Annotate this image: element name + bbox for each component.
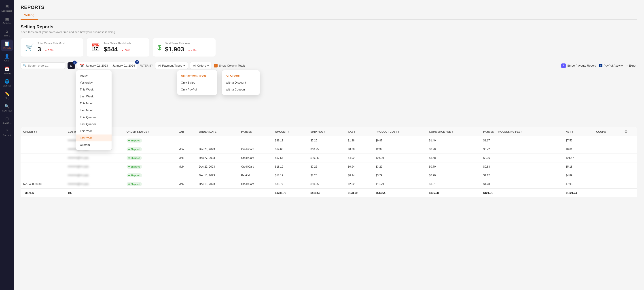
- page-title: REPORTS: [20, 4, 637, 10]
- cell-shipping: $7.25: [308, 162, 345, 171]
- cell-email: ••••••••••@•••.com: [65, 162, 124, 171]
- cell-extra: [622, 162, 637, 171]
- table-settings-icon[interactable]: ⚙: [624, 130, 628, 134]
- cell-lab: Mpix: [176, 145, 196, 154]
- stripe-payouts-button[interactable]: S Stripe Payouts Report: [561, 63, 596, 68]
- cell-email: ••••••••••@•••.com: [65, 154, 124, 162]
- export-label: Export: [629, 64, 637, 67]
- orders-option-coupon[interactable]: With a Coupon: [222, 86, 260, 93]
- cell-amount: $67.67: [272, 154, 308, 162]
- col-date: ORDER DATE: [196, 127, 238, 136]
- paypal-activity-button[interactable]: 🅿 PayPal Activity: [599, 64, 623, 67]
- stat-label-monthly: Total Sales This Month: [104, 42, 131, 45]
- stat-value-yearly: $1,903: [165, 46, 184, 53]
- col-payment: PAYMENT: [238, 127, 272, 136]
- sidebar: ⊞ Dashboard ▦ Galleries $ Selling 📊 Repo…: [0, 0, 14, 290]
- sidebar-item-blog[interactable]: ✏️ Blog: [1, 90, 13, 101]
- col-processing-fee: PAYMENT PROCESSING FEE ↕: [480, 127, 563, 136]
- date-range-button[interactable]: 📅 January 02, 2023 — January 01, 2024: [77, 62, 137, 69]
- sidebar-item-label: Selling: [4, 34, 10, 37]
- show-totals-control[interactable]: ✓ Show Column Totals: [214, 64, 245, 67]
- cell-lab: Mpix: [176, 154, 196, 162]
- date-option-last-week[interactable]: Last Week: [76, 93, 112, 100]
- totals-empty-3: [196, 189, 238, 197]
- table-row: NZ-0450-38680 ••••••••••@•••.com Shipped…: [20, 180, 637, 189]
- orders-option-all[interactable]: All Orders: [222, 72, 260, 79]
- payment-chevron-icon: ▾: [183, 64, 185, 67]
- search-box[interactable]: 🔍: [20, 62, 65, 69]
- cell-shipping: $10.25: [308, 145, 345, 154]
- cell-commerce-fee: $0.70: [426, 171, 480, 180]
- sidebar-item-addons[interactable]: ⊞ Add-Ons: [1, 115, 13, 126]
- sidebar-item-dashboard[interactable]: ⊞ Dashboard: [1, 2, 13, 14]
- date-option-this-week[interactable]: This Week: [76, 86, 112, 93]
- date-option-this-year[interactable]: This Year: [76, 128, 112, 134]
- cell-order: NZ-0450-38680: [20, 180, 65, 189]
- date-option-last-year[interactable]: Last Year: [76, 134, 112, 141]
- table-row: ••••••••••@•••.com Shipped Mpix Dec 27, …: [20, 154, 637, 162]
- col-settings[interactable]: ⚙: [622, 127, 637, 136]
- date-badge: 2: [135, 60, 139, 64]
- date-option-yesterday[interactable]: Yesterday: [76, 79, 112, 86]
- orders-dropdown: All Orders With a Discount With a Coupon: [222, 70, 260, 95]
- cell-product-cost: $24.99: [373, 154, 426, 162]
- sidebar-item-seo[interactable]: 🔍 SEO Tool: [1, 102, 13, 114]
- sidebar-item-support[interactable]: ? Support: [1, 127, 13, 139]
- paypal-label: PayPal Activity: [604, 64, 623, 67]
- reports-icon: 📊: [4, 41, 10, 46]
- filter-by-label: FILTER BY: [140, 64, 153, 67]
- tab-selling[interactable]: Selling: [20, 11, 38, 20]
- cell-shipping: $7.25: [308, 136, 345, 145]
- cell-product-cost: $9.87: [373, 136, 426, 145]
- sidebar-item-label: Galleries: [2, 22, 11, 24]
- export-button[interactable]: ↑ Export: [626, 64, 637, 67]
- show-totals-checkbox[interactable]: ✓: [214, 64, 218, 67]
- orders-filter-dropdown[interactable]: All Orders ▾: [190, 62, 212, 69]
- cell-commerce-fee: $1.51: [426, 180, 480, 189]
- orders-filter-label: All Orders: [193, 64, 206, 67]
- cell-processing-fee: $1.28: [480, 180, 563, 189]
- date-option-this-month[interactable]: This Month: [76, 100, 112, 107]
- date-option-custom[interactable]: Custom: [76, 141, 112, 148]
- totals-processing-fee: $121.91: [480, 189, 563, 197]
- search-input[interactable]: [28, 64, 63, 67]
- cell-coupon: [594, 136, 622, 145]
- cell-date: Dec 27, 2023: [196, 154, 238, 162]
- sidebar-item-selling[interactable]: $ Selling: [1, 27, 13, 39]
- col-coupon: COUPO: [594, 127, 622, 136]
- payment-filter-dropdown[interactable]: All Payment Types ▾: [155, 62, 188, 69]
- galleries-icon: ▦: [5, 16, 9, 21]
- cell-amount: $18.19: [272, 171, 308, 180]
- website-icon: 🌐: [4, 79, 10, 84]
- payment-option-all[interactable]: All Payment Types: [177, 72, 217, 79]
- stat-label-yearly: Total Sales This Year: [165, 42, 196, 45]
- cell-lab: [176, 136, 196, 145]
- orders-option-discount[interactable]: With a Discount: [222, 79, 260, 86]
- col-commerce-fee: COMMERCE FEE ↕: [426, 127, 480, 136]
- payment-option-paypal[interactable]: Only PayPal: [177, 86, 217, 93]
- col-net: NET ↕: [563, 127, 594, 136]
- col-shipping: SHIPPING ↕: [308, 127, 345, 136]
- date-option-last-month[interactable]: Last Month: [76, 107, 112, 114]
- cell-date: [196, 136, 238, 145]
- sidebar-item-reports[interactable]: 📊 Reports: [1, 39, 13, 51]
- totals-empty-2: [176, 189, 196, 197]
- stats-row: 🛒 Total Orders This Month 3 ▼ 70% 📅 Tota…: [20, 38, 637, 56]
- totals-tax: $128.09: [345, 189, 373, 197]
- date-option-today[interactable]: Today: [76, 72, 112, 79]
- date-option-this-quarter[interactable]: This Quarter: [76, 114, 112, 121]
- sidebar-item-galleries[interactable]: ▦ Galleries: [1, 15, 13, 26]
- sidebar-item-website[interactable]: 🌐 Website: [1, 77, 13, 89]
- sidebar-item-booking[interactable]: 📅 Booking: [1, 64, 13, 76]
- date-dropdown: Today Yesterday This Week Last Week This…: [76, 70, 112, 150]
- sidebar-item-crm[interactable]: 👤 CRM: [1, 52, 13, 64]
- cell-extra: [622, 145, 637, 154]
- cell-status: Shipped: [124, 171, 176, 180]
- cell-email: ••••••••••@•••.com: [65, 180, 124, 189]
- cell-order: [20, 162, 65, 171]
- cell-status: Shipped: [124, 145, 176, 154]
- blog-icon: ✏️: [4, 91, 10, 96]
- payment-option-stripe[interactable]: Only Stripe: [177, 79, 217, 86]
- table-row: ••••••••••@•••.com Shipped Dec 13, 2023 …: [20, 171, 637, 180]
- date-option-last-quarter[interactable]: Last Quarter: [76, 121, 112, 128]
